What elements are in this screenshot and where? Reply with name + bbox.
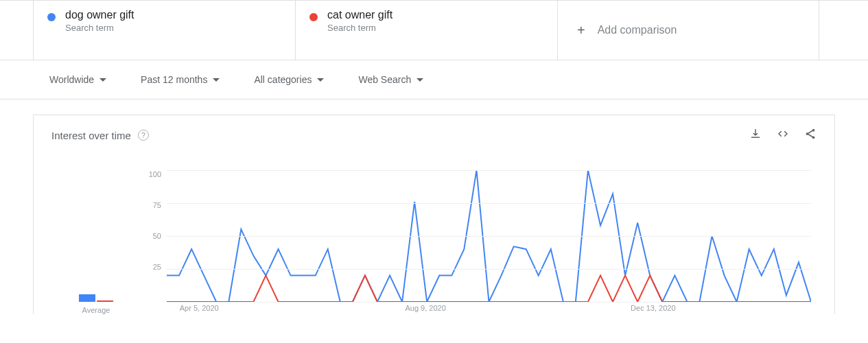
grid-line (167, 236, 811, 237)
comparison-term-label: cat owner gift (327, 9, 392, 21)
filter-category[interactable]: All categories (254, 74, 324, 85)
interest-over-time-card: Interest over time ? Averag (33, 115, 835, 314)
filter-label: Worldwide (49, 74, 94, 85)
plus-icon: + (577, 23, 585, 38)
series-dot-icon (309, 13, 318, 21)
share-icon[interactable] (804, 128, 817, 143)
average-bar-series-1 (79, 294, 95, 302)
x-axis: Apr 5, 2020Aug 9, 2020Dec 13, 2020 (167, 304, 811, 314)
filter-label: Web Search (358, 74, 411, 85)
comparison-term-1[interactable]: dog owner gift Search term (33, 1, 295, 60)
y-axis: 100755025 (141, 170, 161, 302)
x-tick: Apr 5, 2020 (180, 304, 219, 312)
embed-icon[interactable] (777, 128, 789, 143)
grid-line (167, 203, 811, 204)
x-tick: Aug 9, 2020 (405, 304, 445, 312)
x-tick: Dec 13, 2020 (631, 304, 675, 312)
filter-bar: Worldwide Past 12 months All categories … (0, 60, 868, 99)
comparison-term-subtitle: Search term (327, 23, 392, 33)
average-bar-series-2 (97, 300, 113, 302)
comparison-bar: dog owner gift Search term cat owner gif… (0, 0, 868, 60)
card-title: Interest over time (51, 130, 131, 141)
grid-line (167, 302, 811, 303)
caret-down-icon (99, 78, 106, 82)
filter-time[interactable]: Past 12 months (141, 74, 220, 85)
caret-down-icon (213, 78, 220, 82)
filter-property[interactable]: Web Search (358, 74, 423, 85)
filter-geo[interactable]: Worldwide (49, 74, 106, 85)
grid-line (167, 269, 811, 270)
y-tick: 75 (141, 201, 161, 209)
average-bars (79, 264, 113, 302)
chart-plot: 100755025 Apr 5, 2020Aug 9, 2020Dec 13, … (141, 170, 817, 314)
average-label: Average (82, 306, 110, 314)
filter-label: All categories (254, 74, 312, 85)
filter-label: Past 12 months (141, 74, 207, 85)
average-column: Average (51, 170, 141, 314)
caret-down-icon (317, 78, 324, 82)
caret-down-icon (417, 78, 423, 82)
comparison-term-label: dog owner gift (65, 9, 134, 21)
y-tick: 100 (141, 170, 161, 178)
comparison-term-subtitle: Search term (65, 23, 134, 33)
y-tick: 50 (141, 232, 161, 240)
series-dot-icon (47, 13, 56, 21)
grid-line (167, 170, 811, 171)
help-icon[interactable]: ? (138, 130, 149, 141)
y-tick: 25 (141, 263, 161, 271)
add-comparison-label: Add comparison (598, 24, 677, 36)
add-comparison-button[interactable]: + Add comparison (557, 1, 819, 60)
download-icon[interactable] (749, 128, 762, 143)
comparison-term-2[interactable]: cat owner gift Search term (295, 1, 557, 60)
